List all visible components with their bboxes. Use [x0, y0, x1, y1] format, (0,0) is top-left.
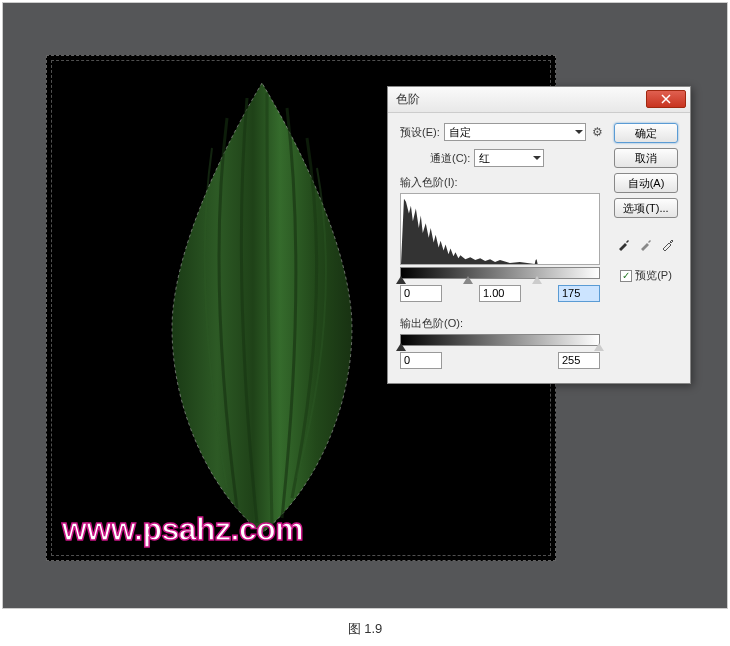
- options-button[interactable]: 选项(T)...: [614, 198, 678, 218]
- chevron-down-icon: [575, 130, 583, 134]
- input-gamma-field[interactable]: 1.00: [479, 285, 521, 302]
- input-gamma-handle[interactable]: [463, 276, 473, 284]
- eyedropper-gray-icon[interactable]: [637, 235, 655, 253]
- eyedropper-black-icon[interactable]: [615, 235, 633, 253]
- channel-value: 红: [479, 151, 490, 166]
- input-levels-label: 输入色阶(I):: [400, 175, 604, 190]
- preset-value: 自定: [449, 125, 471, 140]
- output-black-handle[interactable]: [396, 343, 406, 351]
- close-button[interactable]: [646, 90, 686, 108]
- chevron-down-icon: [533, 156, 541, 160]
- output-black-field[interactable]: 0: [400, 352, 442, 369]
- cancel-button[interactable]: 取消: [614, 148, 678, 168]
- input-black-handle[interactable]: [396, 276, 406, 284]
- preset-select[interactable]: 自定: [444, 123, 586, 141]
- input-black-field[interactable]: 0: [400, 285, 442, 302]
- preview-label: 预览(P): [635, 268, 672, 283]
- eyedropper-white-icon[interactable]: [659, 235, 677, 253]
- watermark: www.psahz.com: [62, 511, 303, 548]
- dialog-title: 色阶: [396, 91, 420, 108]
- dialog-right-panel: 确定 取消 自动(A) 选项(T)... ✓ 预: [612, 123, 680, 369]
- preview-checkbox-row[interactable]: ✓ 预览(P): [620, 268, 672, 283]
- preset-label: 预设(E):: [400, 125, 440, 140]
- output-levels-label: 输出色阶(O):: [400, 316, 604, 331]
- dialog-left-panel: 预设(E): 自定 ⚙ 通道(C): 红 输入色阶(I):: [400, 123, 604, 369]
- figure-caption: 图 1.9: [0, 620, 730, 638]
- auto-button[interactable]: 自动(A): [614, 173, 678, 193]
- output-white-handle[interactable]: [594, 343, 604, 351]
- output-white-field[interactable]: 255: [558, 352, 600, 369]
- histogram: [400, 193, 600, 265]
- gear-icon[interactable]: ⚙: [590, 125, 604, 139]
- leaf-artwork: [157, 78, 367, 538]
- input-white-handle[interactable]: [532, 276, 542, 284]
- preview-checkbox[interactable]: ✓: [620, 270, 632, 282]
- eyedropper-group: [615, 235, 677, 253]
- workspace: www.psahz.com 色阶 预设(E): 自定 ⚙ 通道(C):: [2, 2, 728, 609]
- input-slider-track[interactable]: [400, 267, 600, 279]
- dialog-titlebar[interactable]: 色阶: [388, 87, 690, 113]
- levels-dialog: 色阶 预设(E): 自定 ⚙ 通道(C): 红: [387, 86, 691, 384]
- channel-select[interactable]: 红: [474, 149, 544, 167]
- channel-label: 通道(C):: [430, 151, 470, 166]
- input-white-field[interactable]: 175: [558, 285, 600, 302]
- output-slider-track[interactable]: [400, 334, 600, 346]
- ok-button[interactable]: 确定: [614, 123, 678, 143]
